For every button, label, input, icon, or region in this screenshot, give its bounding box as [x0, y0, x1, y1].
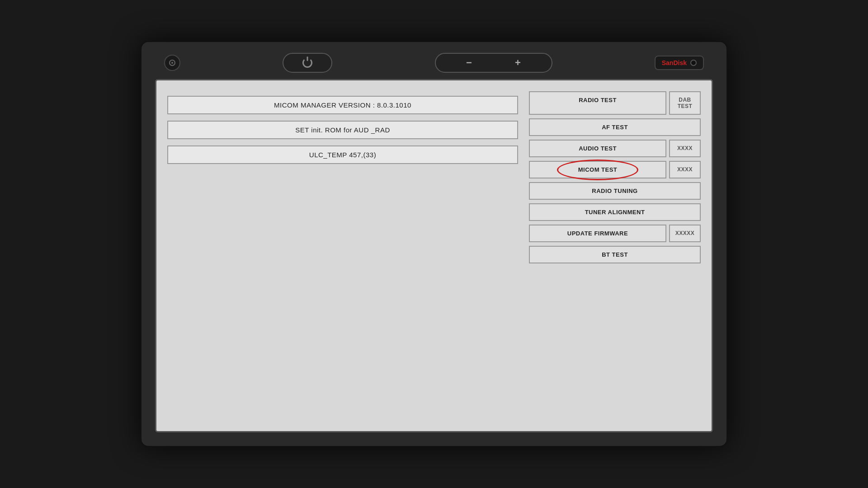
sandisk-logo: SanDisk: [662, 59, 687, 66]
af-test-button[interactable]: AF TEST: [529, 118, 701, 136]
update-firmware-button[interactable]: UPDATE FIRMWARE: [529, 225, 666, 242]
row-tuner-alignment: TUNER ALIGNMENT: [529, 203, 701, 221]
radio-test-button[interactable]: RADIO TEST: [529, 91, 666, 115]
display-screen: MICOM MANAGER VERSION : 8.0.3.1010 SET i…: [155, 79, 713, 432]
left-info-panel: MICOM MANAGER VERSION : 8.0.3.1010 SET i…: [167, 91, 518, 420]
top-controls: − + SanDisk: [155, 50, 713, 79]
row-af: AF TEST: [529, 118, 701, 136]
micom-test-code: XXXX: [669, 161, 701, 178]
firmware-code: XXXXX: [669, 225, 701, 242]
right-menu-panel: RADIO TEST DAB TEST AF TEST AUDIO TEST X…: [529, 91, 701, 420]
audio-test-code: XXXX: [669, 140, 701, 157]
vol-minus-icon[interactable]: −: [466, 57, 472, 69]
svg-point-1: [171, 62, 173, 64]
row-micom: MICOM TEST XXXX: [529, 161, 701, 178]
audio-test-button[interactable]: AUDIO TEST: [529, 140, 666, 157]
vol-plus-icon[interactable]: +: [515, 57, 521, 69]
version-info: MICOM MANAGER VERSION : 8.0.3.1010: [167, 96, 518, 114]
radio-tuning-button[interactable]: RADIO TUNING: [529, 182, 701, 200]
bt-test-button[interactable]: BT TEST: [529, 246, 701, 263]
row-update-firmware: UPDATE FIRMWARE XXXXX: [529, 225, 701, 242]
tuner-alignment-button[interactable]: TUNER ALIGNMENT: [529, 203, 701, 221]
row-radio-dab: RADIO TEST DAB TEST: [529, 91, 701, 115]
row-bt-test: BT TEST: [529, 246, 701, 263]
row-audio: AUDIO TEST XXXX: [529, 140, 701, 157]
dab-test-button[interactable]: DAB TEST: [669, 91, 701, 115]
temp-info: ULC_TEMP 457,(33): [167, 145, 518, 164]
row-radio-tuning: RADIO TUNING: [529, 182, 701, 200]
init-rom-info[interactable]: SET init. ROM for AUD _RAD: [167, 121, 518, 139]
circle-indicator: [164, 55, 180, 71]
power-button[interactable]: [283, 53, 332, 73]
audio-jack: [690, 60, 697, 66]
power-icon: [302, 58, 312, 68]
volume-control[interactable]: − +: [435, 53, 552, 73]
micom-test-button[interactable]: MICOM TEST: [529, 161, 666, 178]
micom-highlight-oval: [557, 160, 638, 180]
sandisk-slot: SanDisk: [655, 56, 704, 70]
car-radio-unit: − + SanDisk MICOM MANAGER VERSION : 8.0.…: [140, 41, 728, 447]
